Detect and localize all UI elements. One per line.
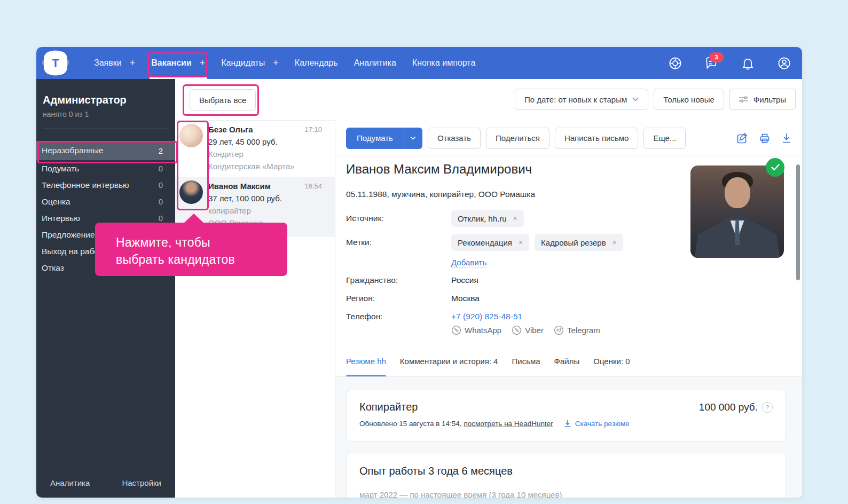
tab-files[interactable]: Файлы	[554, 357, 580, 377]
chevron-down-icon	[632, 97, 639, 101]
write-letter-button[interactable]: Написать письмо	[555, 128, 639, 149]
more-button[interactable]: Еще...	[643, 128, 686, 149]
nav-item-analitika[interactable]: Аналитика	[354, 47, 396, 79]
stage-count: 0	[159, 197, 163, 206]
document-icons	[737, 133, 791, 144]
field-phone: Телефон: +7 (920) 825-48-51	[346, 312, 677, 321]
download-icon	[564, 420, 571, 428]
main-nav: Заявки + Вакансии + Кандидаты + Календар…	[94, 47, 475, 79]
vertical-scrollbar[interactable]	[796, 164, 800, 280]
notifications-bell-icon[interactable]	[741, 56, 755, 70]
verified-check-icon	[766, 158, 784, 177]
add-vakansia-icon[interactable]: +	[200, 58, 206, 68]
add-kandidat-icon[interactable]: +	[273, 58, 279, 68]
add-tag-link[interactable]: Добавить	[451, 258, 486, 267]
help-icon[interactable]	[668, 56, 682, 70]
chevron-down-icon[interactable]	[404, 128, 422, 149]
viber-icon	[512, 325, 522, 335]
sidebar-divider	[43, 128, 169, 129]
tab-scores[interactable]: Оценки: 0	[593, 357, 630, 377]
salary-help-icon[interactable]: ?	[762, 402, 773, 413]
nav-item-import[interactable]: Кнопка импорта	[412, 47, 476, 79]
sidebar-settings-link[interactable]: Настройки	[122, 478, 161, 487]
telegram-link[interactable]: Telegram	[554, 325, 600, 335]
page-background: T Заявки + Вакансии + Кандидаты + Календ…	[0, 0, 848, 504]
candidate-meta: 05.11.1988, мужчина, копирайтер, ООО Ром…	[346, 190, 535, 199]
select-all-button[interactable]: Выбрать все	[190, 89, 256, 111]
nav-item-vakansii[interactable]: Вакансии +	[151, 47, 205, 79]
topbar-icons: 3	[668, 47, 797, 79]
close-icon[interactable]: ×	[519, 238, 523, 247]
whatsapp-icon	[451, 325, 461, 335]
candidate-card-beze[interactable]: Безе Ольга 17:10 29 лет, 45 000 руб. Кон…	[175, 121, 335, 177]
only-new-button[interactable]: Только новые	[654, 89, 724, 110]
messenger-links: WhatsApp Viber Telegram	[451, 325, 677, 335]
candidate-photo	[690, 166, 784, 258]
stage-item-podumat[interactable]: Подумать 0	[36, 160, 175, 177]
profile-icon[interactable]	[777, 56, 791, 70]
candidate-list: Безе Ольга 17:10 29 лет, 45 000 руб. Кон…	[175, 120, 335, 498]
candidate-avatar[interactable]	[179, 180, 203, 204]
filters-icon	[739, 96, 748, 103]
candidate-actions-row: Подумать Отказать Поделиться Написать пи…	[335, 120, 802, 156]
candidate-avatar[interactable]	[179, 124, 203, 147]
sidebar-analytics-link[interactable]: Аналитика	[50, 478, 90, 487]
close-icon[interactable]: ×	[613, 238, 617, 247]
candidate-fields: Источник: Отклик, hh.ru × Метки: Рекомен…	[346, 210, 677, 335]
candidate-full-name: Иванов Максим Владимирович	[346, 162, 532, 177]
tutorial-tooltip: Нажмите, чтобы выбрать кандидатов	[95, 223, 287, 276]
nav-item-zayavki[interactable]: Заявки +	[94, 47, 135, 79]
candidate-detail-pane: Подумать Отказать Поделиться Написать пи…	[335, 120, 802, 498]
vacancy-title: Администратор	[43, 94, 169, 106]
sort-dropdown[interactable]: По дате: от новых к старым	[515, 89, 648, 110]
nav-item-kandidaty[interactable]: Кандидаты +	[221, 47, 279, 79]
stage-item-phone-interview[interactable]: Телефонное интервью 0	[36, 177, 175, 193]
resume-card: Копирайтер 100 000 руб. ? Обновлено 15 а…	[346, 390, 786, 442]
whatsapp-link[interactable]: WhatsApp	[451, 325, 501, 335]
stage-count: 2	[159, 146, 163, 155]
close-icon[interactable]: ×	[513, 214, 517, 223]
resume-section: Копирайтер 100 000 руб. ? Обновлено 15 а…	[335, 377, 802, 498]
stage-item-nerazobrannye[interactable]: Неразобранные 2	[36, 141, 175, 160]
move-stage-button[interactable]: Подумать	[346, 128, 422, 149]
telegram-icon	[554, 325, 564, 335]
headhunter-link[interactable]: посмотреть на HeadHunter	[464, 420, 553, 428]
source-chip: Отклик, hh.ru ×	[451, 210, 524, 227]
print-icon[interactable]	[759, 133, 770, 144]
tag-chip-recommendation: Рекомендация ×	[451, 234, 529, 251]
tab-comments-history[interactable]: Комментарии и история: 4	[400, 357, 498, 377]
experience-card: Опыт работы 3 года 6 месяцев март 2022 —…	[346, 453, 786, 498]
field-citizenship: Гражданство: Россия	[346, 275, 677, 285]
sidebar-footer: Аналитика Настройки	[36, 468, 175, 498]
filters-button[interactable]: Фильтры	[729, 89, 796, 110]
download-resume-link[interactable]: Скачать резюме	[564, 420, 630, 428]
viber-link[interactable]: Viber	[512, 325, 544, 335]
edit-icon[interactable]	[737, 133, 748, 144]
resume-updated: Обновлено 15 августа в 14:54, посмотреть…	[359, 420, 553, 428]
reject-button[interactable]: Отказать	[428, 128, 481, 149]
tag-chip-reserve: Кадровый резерв ×	[535, 234, 623, 251]
resume-salary: 100 000 руб.	[699, 401, 758, 413]
tooltip-arrow	[184, 214, 204, 223]
share-button[interactable]: Поделиться	[486, 128, 549, 149]
vacancy-sidebar: Администратор нанято 0 из 1 Неразобранны…	[36, 79, 175, 498]
phone-link[interactable]: +7 (920) 825-48-51	[451, 312, 522, 321]
list-toolbar: Выбрать все По дате: от новых к старым Т…	[175, 79, 802, 120]
app-logo-letter: T	[44, 51, 67, 75]
add-zayavka-icon[interactable]: +	[130, 58, 136, 68]
tab-resume-hh[interactable]: Резюме hh	[346, 357, 386, 377]
chat-badge: 3	[709, 52, 724, 62]
stage-count: 0	[159, 180, 163, 190]
stage-count: 0	[159, 214, 163, 223]
tab-letters[interactable]: Письма	[512, 357, 540, 377]
vacancy-header: Администратор нанято 0 из 1	[36, 79, 175, 129]
field-region: Регион: Москва	[346, 294, 677, 303]
candidate-time: 16:54	[304, 182, 322, 190]
candidate-time: 17:10	[304, 125, 322, 133]
chat-icon[interactable]: 3	[704, 56, 719, 70]
vacancy-hired-status: нанято 0 из 1	[43, 110, 169, 119]
field-tags: Метки: Рекомендация × Кадровый резерв ×	[346, 234, 677, 251]
stage-item-ocenka[interactable]: Оценка 0	[36, 193, 175, 210]
download-icon[interactable]	[782, 133, 791, 144]
nav-item-kalendar[interactable]: Календарь	[295, 47, 338, 79]
